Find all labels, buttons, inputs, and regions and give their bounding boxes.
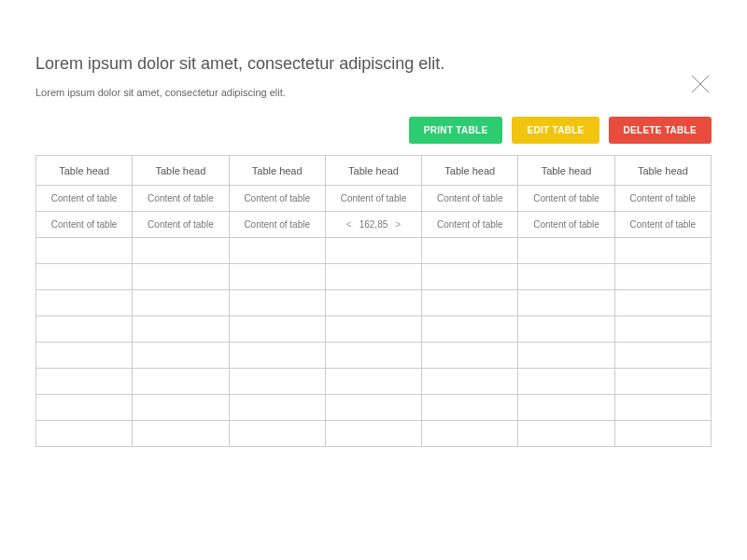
table-cell: Content of table bbox=[36, 212, 133, 238]
table-cell bbox=[133, 264, 229, 290]
table-header: Table head bbox=[36, 156, 133, 186]
table-cell bbox=[518, 316, 614, 343]
table-cell: Content of table bbox=[614, 186, 711, 212]
table-header: Table head bbox=[229, 156, 325, 186]
table-cell bbox=[518, 421, 614, 447]
table-cell: Content of table bbox=[614, 212, 711, 238]
table-cell bbox=[36, 369, 133, 395]
table-row bbox=[36, 264, 712, 290]
table-header: Table head bbox=[422, 156, 518, 186]
close-button[interactable] bbox=[689, 73, 712, 95]
table-header: Table head bbox=[518, 156, 614, 186]
table-cell bbox=[229, 369, 325, 395]
table-cell: Content of table bbox=[229, 186, 325, 212]
table-row bbox=[36, 369, 712, 395]
data-table: Table headTable headTable headTable head… bbox=[35, 155, 712, 447]
table-cell bbox=[422, 238, 518, 264]
table-cell bbox=[133, 343, 229, 369]
table-cell bbox=[518, 238, 614, 264]
table-cell bbox=[422, 290, 518, 316]
table-row bbox=[36, 290, 712, 316]
table-cell: Content of table bbox=[325, 186, 421, 212]
page-title: Lorem ipsum dolor sit amet, consectetur … bbox=[35, 54, 712, 74]
table-cell: <162,85> bbox=[325, 212, 421, 238]
page-subtitle: Lorem ipsum dolor sit amet, consectetur … bbox=[35, 87, 712, 98]
table-header: Table head bbox=[133, 156, 229, 186]
table-cell bbox=[229, 421, 325, 447]
table-row bbox=[36, 395, 712, 421]
table-cell bbox=[325, 421, 421, 447]
table-cell bbox=[614, 343, 711, 369]
table-cell bbox=[614, 316, 711, 343]
table-cell bbox=[133, 369, 229, 395]
table-cell bbox=[325, 343, 421, 369]
table-cell bbox=[422, 395, 518, 421]
table-cell: Content of table bbox=[518, 186, 614, 212]
table-cell bbox=[325, 238, 421, 264]
table-cell bbox=[518, 343, 614, 369]
table-cell bbox=[614, 264, 711, 290]
table-cell bbox=[614, 395, 711, 421]
table-cell bbox=[325, 316, 421, 343]
table-cell bbox=[133, 421, 229, 447]
stepper-value: 162,85 bbox=[359, 219, 388, 230]
table-cell bbox=[36, 316, 133, 343]
table-cell bbox=[36, 238, 133, 264]
stepper-next-icon[interactable]: > bbox=[395, 219, 401, 230]
table-cell bbox=[518, 290, 614, 316]
table-cell bbox=[229, 395, 325, 421]
table-row: Content of tableContent of tableContent … bbox=[36, 186, 712, 212]
table-cell bbox=[325, 395, 421, 421]
table-cell bbox=[36, 264, 133, 290]
table-cell bbox=[614, 421, 711, 447]
table-cell bbox=[229, 264, 325, 290]
edit-table-button[interactable]: EDIT TABLE bbox=[512, 117, 599, 144]
table-cell bbox=[422, 369, 518, 395]
table-cell bbox=[422, 316, 518, 343]
table-cell bbox=[36, 290, 133, 316]
table-cell bbox=[229, 343, 325, 369]
table-cell bbox=[614, 369, 711, 395]
toolbar: PRINT TABLE EDIT TABLE DELETE TABLE bbox=[35, 117, 712, 144]
table-cell bbox=[133, 395, 229, 421]
table-cell bbox=[422, 264, 518, 290]
table-cell bbox=[518, 369, 614, 395]
table-cell bbox=[422, 421, 518, 447]
table-cell: Content of table bbox=[422, 212, 518, 238]
table-header: Table head bbox=[325, 156, 421, 186]
table-cell bbox=[133, 290, 229, 316]
table-row bbox=[36, 238, 712, 264]
table-cell bbox=[133, 316, 229, 343]
table-row bbox=[36, 316, 712, 343]
table-cell bbox=[229, 316, 325, 343]
table-cell bbox=[36, 395, 133, 421]
print-table-button[interactable]: PRINT TABLE bbox=[409, 117, 503, 144]
table-cell bbox=[325, 264, 421, 290]
table-cell bbox=[325, 290, 421, 316]
table-row: Content of tableContent of tableContent … bbox=[36, 212, 712, 238]
table-cell: Content of table bbox=[36, 186, 133, 212]
table-cell bbox=[518, 395, 614, 421]
table-cell bbox=[36, 343, 133, 369]
table-cell bbox=[229, 290, 325, 316]
table-row bbox=[36, 421, 712, 447]
table-cell: Content of table bbox=[133, 186, 229, 212]
table-cell: Content of table bbox=[229, 212, 325, 238]
quantity-stepper[interactable]: <162,85> bbox=[346, 219, 401, 230]
table-row bbox=[36, 343, 712, 369]
table-cell bbox=[36, 421, 133, 447]
table-cell: Content of table bbox=[422, 186, 518, 212]
table-cell bbox=[325, 369, 421, 395]
table-header: Table head bbox=[614, 156, 711, 186]
table-cell bbox=[229, 238, 325, 264]
table-cell bbox=[133, 238, 229, 264]
table-cell: Content of table bbox=[133, 212, 229, 238]
table-cell bbox=[422, 343, 518, 369]
table-cell bbox=[614, 238, 711, 264]
table-cell bbox=[614, 290, 711, 316]
close-icon bbox=[689, 73, 712, 95]
delete-table-button[interactable]: DELETE TABLE bbox=[609, 117, 712, 144]
stepper-prev-icon[interactable]: < bbox=[346, 219, 352, 230]
table-cell: Content of table bbox=[518, 212, 614, 238]
table-cell bbox=[518, 264, 614, 290]
